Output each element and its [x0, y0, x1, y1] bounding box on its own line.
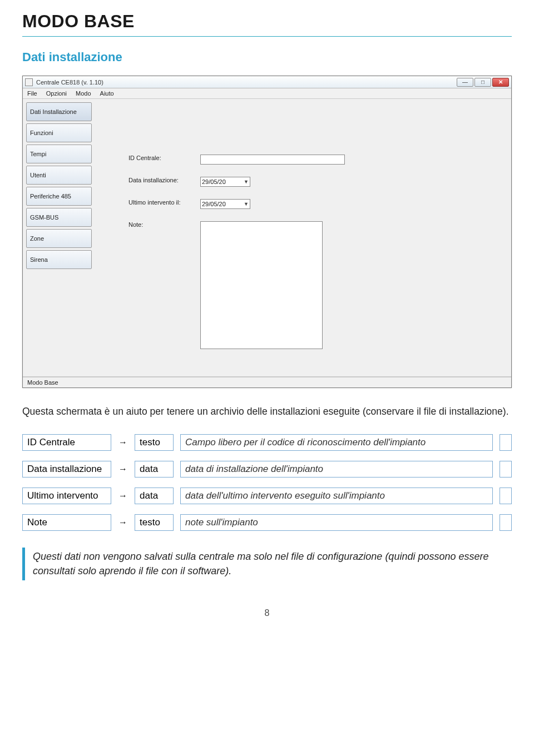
close-button[interactable]: ✕	[492, 78, 509, 87]
param-row: Note → testo note sull'impianto	[22, 514, 512, 531]
label-ultimo-intervento: Ultimo intervento il:	[128, 199, 192, 206]
param-name: Note	[22, 514, 111, 531]
statusbar: Modo Base	[23, 377, 511, 387]
sidebar-item-zone[interactable]: Zone	[26, 229, 92, 248]
param-extra	[500, 461, 512, 478]
param-desc: data dell'ultimo intervento eseguito sul…	[180, 488, 493, 504]
param-type: data	[135, 488, 174, 504]
param-row: Data installazione → data data di instal…	[22, 461, 512, 478]
intro-paragraph: Questa schermata è un aiuto per tenere u…	[22, 405, 512, 419]
label-id-centrale: ID Centrale:	[128, 155, 192, 161]
param-type: testo	[135, 514, 174, 531]
param-desc: data di installazione dell'impianto	[180, 461, 493, 478]
param-row: ID Centrale → testo Campo libero per il …	[22, 434, 512, 451]
param-type: data	[135, 461, 174, 478]
param-row: Ultimo intervento → data data dell'ultim…	[22, 488, 512, 504]
param-name: Ultimo intervento	[22, 488, 111, 504]
input-ultimo-intervento[interactable]: 29/05/20 ▼	[200, 199, 250, 209]
title-rule	[22, 36, 512, 37]
page-title: MODO BASE	[22, 11, 512, 32]
chevron-down-icon: ▼	[244, 179, 249, 185]
date-value: 29/05/20	[202, 178, 226, 185]
textarea-note[interactable]	[200, 221, 323, 349]
menubar: File Opzioni Modo Aiuto	[23, 88, 511, 99]
param-type: testo	[135, 434, 174, 451]
sidebar: Dati Installazione Funzioni Tempi Utenti…	[23, 99, 95, 376]
titlebar: Centrale CE818 (v. 1.10) — □ ✕	[23, 76, 511, 88]
input-data-installazione[interactable]: 29/05/20 ▼	[200, 177, 250, 187]
param-extra	[500, 514, 512, 531]
menu-file[interactable]: File	[27, 90, 37, 97]
sidebar-item-utenti[interactable]: Utenti	[26, 166, 92, 185]
app-window: Centrale CE818 (v. 1.10) — □ ✕ File Opzi…	[22, 76, 512, 388]
arrow-icon: →	[118, 488, 128, 504]
param-extra	[500, 488, 512, 504]
sidebar-item-tempi[interactable]: Tempi	[26, 145, 92, 163]
menu-opzioni[interactable]: Opzioni	[46, 90, 67, 97]
param-name: Data installazione	[22, 461, 111, 478]
window-title: Centrale CE818 (v. 1.10)	[36, 79, 457, 86]
menu-aiuto[interactable]: Aiuto	[100, 90, 114, 97]
app-icon	[25, 78, 33, 86]
arrow-icon: →	[118, 514, 128, 531]
input-id-centrale[interactable]	[200, 155, 345, 165]
minimize-button[interactable]: —	[457, 78, 473, 87]
sidebar-item-gsm-bus[interactable]: GSM-BUS	[26, 208, 92, 227]
info-callout: Questi dati non vengono salvati sulla ce…	[22, 548, 512, 580]
sidebar-item-periferiche-485[interactable]: Periferiche 485	[26, 187, 92, 206]
sidebar-item-dati-installazione[interactable]: Dati Installazione	[26, 102, 92, 121]
param-desc: Campo libero per il codice di riconoscim…	[180, 434, 493, 451]
chevron-down-icon: ▼	[244, 201, 249, 207]
sidebar-item-sirena[interactable]: Sirena	[26, 250, 92, 269]
page-number: 8	[22, 608, 512, 618]
date-value: 29/05/20	[202, 201, 226, 207]
arrow-icon: →	[118, 434, 128, 451]
client-area: Dati Installazione Funzioni Tempi Utenti…	[23, 99, 511, 377]
param-block: ID Centrale → testo Campo libero per il …	[22, 434, 512, 531]
maximize-button[interactable]: □	[474, 78, 491, 87]
window-controls: — □ ✕	[457, 78, 509, 87]
label-note: Note:	[128, 221, 192, 228]
param-extra	[500, 434, 512, 451]
form-area: ID Centrale: Data installazione: 29/05/2…	[95, 99, 511, 376]
param-name: ID Centrale	[22, 434, 111, 451]
section-title: Dati installazione	[22, 50, 512, 64]
param-desc: note sull'impianto	[180, 514, 493, 531]
sidebar-item-funzioni[interactable]: Funzioni	[26, 123, 92, 142]
menu-modo[interactable]: Modo	[76, 90, 91, 97]
label-data-installazione: Data installazione:	[128, 177, 192, 183]
arrow-icon: →	[118, 461, 128, 478]
